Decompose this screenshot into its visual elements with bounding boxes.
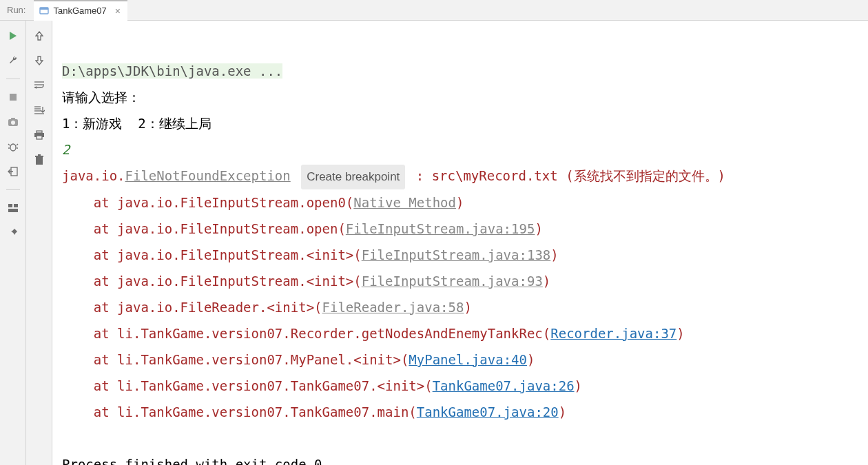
layout-icon[interactable] (6, 201, 20, 215)
svg-rect-25 (37, 136, 42, 139)
stack-at: at (94, 273, 117, 289)
left-gutter (0, 21, 26, 465)
app-icon (39, 6, 49, 16)
down-arrow-icon[interactable] (32, 54, 46, 68)
stack-source-link[interactable]: Native Method (353, 195, 456, 210)
svg-marker-2 (10, 32, 17, 40)
options-text: 1：新游戏 2：继续上局 (62, 116, 211, 131)
stack-at: at (94, 352, 117, 367)
stack-method: java.io.FileInputStream.open0 (117, 195, 346, 210)
svg-rect-15 (8, 209, 18, 212)
rerun-button[interactable] (6, 29, 20, 43)
svg-marker-18 (34, 86, 37, 89)
stack-source-link[interactable]: FileInputStream.java:138 (362, 247, 551, 262)
console-gutter (26, 21, 52, 465)
close-icon[interactable]: × (115, 6, 121, 17)
user-input: 2 (62, 142, 70, 157)
prompt-text: 请输入选择： (62, 90, 141, 105)
svg-point-7 (10, 144, 16, 151)
console-output[interactable]: D:\apps\JDK\bin\java.exe ... 请输入选择： 1：新游… (52, 21, 868, 465)
main-area: D:\apps\JDK\bin\java.exe ... 请输入选择： 1：新游… (0, 21, 868, 465)
stack-at: at (94, 378, 117, 393)
stack-method: li.TankGame.version07.Recorder.getNodesA… (117, 326, 543, 341)
svg-rect-13 (8, 204, 12, 207)
command-line: D:\apps\JDK\bin\java.exe ... (62, 63, 282, 79)
stack-at: at (94, 326, 117, 341)
stack-method: li.TankGame.version07.MyPanel.<init> (117, 352, 401, 367)
print-icon[interactable] (32, 128, 46, 142)
stack-source-link[interactable]: FileInputStream.java:93 (362, 273, 543, 289)
stack-at: at (94, 300, 117, 315)
stack-trace: at java.io.FileInputStream.open0(Native … (62, 189, 858, 425)
svg-rect-3 (10, 94, 17, 101)
stack-source-link[interactable]: MyPanel.java:40 (409, 352, 527, 367)
svg-rect-6 (11, 118, 15, 120)
svg-line-9 (17, 144, 18, 145)
camera-icon[interactable] (6, 115, 20, 129)
tab-title: TankGame07 (53, 6, 106, 16)
scroll-to-end-icon[interactable] (32, 103, 46, 117)
exception-class-link[interactable]: FileNotFoundException (125, 168, 291, 183)
exit-icon[interactable] (6, 165, 20, 178)
svg-line-8 (8, 144, 10, 145)
stack-at: at (94, 195, 117, 210)
soft-wrap-icon[interactable] (32, 79, 46, 92)
run-label: Run: (7, 5, 34, 15)
stack-source-link[interactable]: TankGame07.java:26 (433, 378, 575, 393)
run-tab[interactable]: TankGame07 × (34, 0, 127, 21)
stack-source-link[interactable]: FileInputStream.java:195 (346, 221, 535, 236)
stack-source-link[interactable]: Recorder.java:37 (550, 326, 676, 341)
svg-rect-14 (14, 204, 18, 207)
separator (6, 79, 20, 79)
stack-source-link[interactable]: TankGame07.java:20 (417, 404, 559, 420)
stack-at: at (94, 221, 117, 236)
svg-rect-23 (37, 131, 42, 133)
stack-method: java.io.FileReader.<init> (117, 300, 314, 315)
up-arrow-icon[interactable] (32, 29, 46, 43)
create-breakpoint-button[interactable]: Create breakpoint (301, 165, 405, 189)
trash-icon[interactable] (32, 153, 46, 167)
run-header: Run: TankGame07 × (0, 0, 868, 21)
stack-method: li.TankGame.version07.TankGame07.main (117, 404, 409, 420)
svg-rect-26 (36, 157, 43, 165)
debug-icon[interactable] (6, 140, 20, 154)
stack-method: java.io.FileInputStream.<init> (117, 247, 353, 262)
stack-method: java.io.FileInputStream.open (117, 221, 338, 236)
stack-method: li.TankGame.version07.TankGame07.<init> (117, 378, 424, 393)
stack-at: at (94, 247, 117, 262)
stop-button[interactable] (6, 90, 20, 104)
stack-source-link[interactable]: FileReader.java:58 (322, 300, 464, 315)
svg-rect-27 (35, 156, 43, 157)
separator (6, 189, 20, 190)
svg-rect-28 (38, 154, 41, 156)
svg-rect-1 (40, 8, 48, 10)
stack-at: at (94, 404, 117, 420)
svg-point-5 (11, 121, 15, 125)
process-finished: Process finished with exit code 0 (62, 457, 322, 465)
exception-line: java.io.FileNotFoundException Create bre… (62, 168, 725, 183)
pin-icon[interactable] (6, 226, 20, 240)
stack-method: java.io.FileInputStream.<init> (117, 273, 353, 289)
wrench-icon[interactable] (6, 54, 20, 68)
